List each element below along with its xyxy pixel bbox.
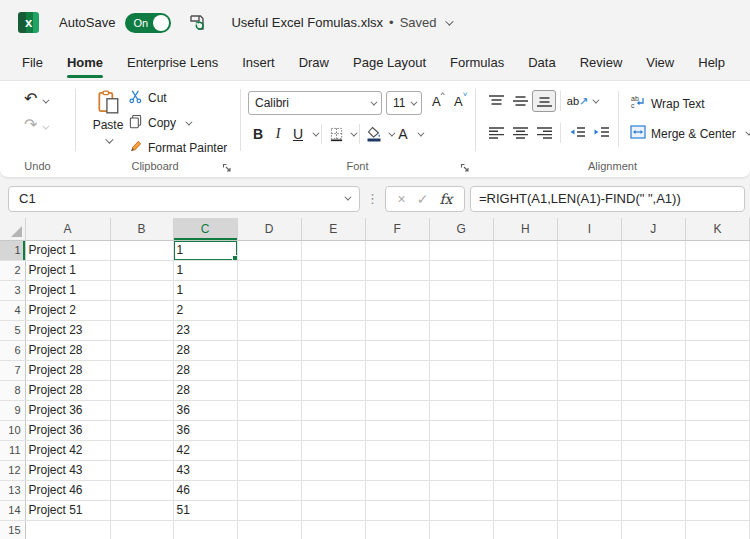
cell-F11[interactable] — [365, 440, 429, 460]
name-box[interactable]: C1 — [8, 186, 360, 212]
cell-J11[interactable] — [621, 440, 685, 460]
insert-function-icon[interactable]: fx — [439, 191, 452, 207]
select-all-corner[interactable] — [0, 218, 25, 240]
cell-A2[interactable]: Project 1 — [25, 260, 110, 280]
cell-C11[interactable]: 42 — [173, 440, 237, 460]
cell-J10[interactable] — [621, 420, 685, 440]
chevron-down-icon[interactable] — [417, 129, 424, 136]
cell-K9[interactable] — [685, 400, 749, 420]
cell-D15[interactable] — [237, 520, 301, 539]
cell-B4[interactable] — [110, 300, 173, 320]
cell-H1[interactable] — [493, 240, 557, 260]
cell-K14[interactable] — [685, 500, 749, 520]
cell-G8[interactable] — [429, 380, 493, 400]
cell-C8[interactable]: 28 — [173, 380, 237, 400]
cell-F15[interactable] — [365, 520, 429, 539]
cell-H7[interactable] — [493, 360, 557, 380]
chevron-down-icon[interactable] — [350, 129, 357, 136]
underline-button[interactable]: U — [288, 123, 308, 145]
cell-F6[interactable] — [365, 340, 429, 360]
cell-J5[interactable] — [621, 320, 685, 340]
cell-A14[interactable]: Project 51 — [25, 500, 110, 520]
increase-font-size-button[interactable]: A^ — [428, 94, 448, 109]
cell-G10[interactable] — [429, 420, 493, 440]
cell-D5[interactable] — [237, 320, 301, 340]
cut-button[interactable]: Cut — [128, 89, 227, 107]
cell-J15[interactable] — [621, 520, 685, 539]
format-painter-button[interactable]: Format Painter — [128, 139, 227, 157]
cell-K2[interactable] — [685, 260, 749, 280]
undo-button[interactable]: ↶ — [24, 91, 47, 107]
excel-logo-icon[interactable]: x — [18, 12, 39, 33]
font-color-button[interactable]: A — [393, 123, 413, 145]
copy-button[interactable]: Copy — [128, 114, 227, 132]
tab-page-layout[interactable]: Page Layout — [341, 45, 438, 80]
cell-I15[interactable] — [557, 520, 621, 539]
cell-A6[interactable]: Project 28 — [25, 340, 110, 360]
cell-J14[interactable] — [621, 500, 685, 520]
row-header-6[interactable]: 6 — [0, 340, 25, 360]
cell-D9[interactable] — [237, 400, 301, 420]
row-header-3[interactable]: 3 — [0, 280, 25, 300]
save-icon[interactable] — [187, 13, 207, 33]
cell-B2[interactable] — [110, 260, 173, 280]
row-header-4[interactable]: 4 — [0, 300, 25, 320]
cell-A9[interactable]: Project 36 — [25, 400, 110, 420]
cell-D4[interactable] — [237, 300, 301, 320]
align-right-button[interactable] — [532, 122, 556, 144]
cell-G7[interactable] — [429, 360, 493, 380]
cell-G11[interactable] — [429, 440, 493, 460]
cell-H9[interactable] — [493, 400, 557, 420]
cell-E7[interactable] — [301, 360, 365, 380]
cell-F3[interactable] — [365, 280, 429, 300]
cell-C3[interactable]: 1 — [173, 280, 237, 300]
cell-F4[interactable] — [365, 300, 429, 320]
cell-E5[interactable] — [301, 320, 365, 340]
cell-F12[interactable] — [365, 460, 429, 480]
cell-G6[interactable] — [429, 340, 493, 360]
cell-H2[interactable] — [493, 260, 557, 280]
column-header-B[interactable]: B — [110, 218, 173, 240]
decrease-indent-button[interactable] — [565, 122, 589, 144]
cell-A15[interactable] — [25, 520, 110, 539]
tab-data[interactable]: Data — [516, 45, 567, 80]
row-header-11[interactable]: 11 — [0, 440, 25, 460]
cell-I9[interactable] — [557, 400, 621, 420]
cell-C1[interactable]: 1 — [173, 240, 237, 260]
cell-E2[interactable] — [301, 260, 365, 280]
cell-G1[interactable] — [429, 240, 493, 260]
cell-C9[interactable]: 36 — [173, 400, 237, 420]
cell-F14[interactable] — [365, 500, 429, 520]
cell-J3[interactable] — [621, 280, 685, 300]
cell-I8[interactable] — [557, 380, 621, 400]
cell-E1[interactable] — [301, 240, 365, 260]
cell-D7[interactable] — [237, 360, 301, 380]
cell-D14[interactable] — [237, 500, 301, 520]
cell-I2[interactable] — [557, 260, 621, 280]
fill-color-button[interactable] — [364, 123, 384, 145]
cell-G2[interactable] — [429, 260, 493, 280]
cell-B7[interactable] — [110, 360, 173, 380]
enter-icon[interactable]: ✓ — [417, 191, 429, 207]
cell-E14[interactable] — [301, 500, 365, 520]
cell-C13[interactable]: 46 — [173, 480, 237, 500]
cell-C2[interactable]: 1 — [173, 260, 237, 280]
cell-K10[interactable] — [685, 420, 749, 440]
cell-H4[interactable] — [493, 300, 557, 320]
cell-B10[interactable] — [110, 420, 173, 440]
cell-B15[interactable] — [110, 520, 173, 539]
clipboard-dialog-launcher-icon[interactable] — [222, 159, 234, 171]
row-header-7[interactable]: 7 — [0, 360, 25, 380]
chevron-down-icon[interactable] — [312, 129, 319, 136]
cell-K13[interactable] — [685, 480, 749, 500]
align-left-button[interactable] — [484, 122, 508, 144]
column-header-G[interactable]: G — [429, 218, 493, 240]
cell-K4[interactable] — [685, 300, 749, 320]
column-header-F[interactable]: F — [365, 218, 429, 240]
cell-B8[interactable] — [110, 380, 173, 400]
cell-A7[interactable]: Project 28 — [25, 360, 110, 380]
cell-H12[interactable] — [493, 460, 557, 480]
cell-J13[interactable] — [621, 480, 685, 500]
row-header-9[interactable]: 9 — [0, 400, 25, 420]
cell-E10[interactable] — [301, 420, 365, 440]
